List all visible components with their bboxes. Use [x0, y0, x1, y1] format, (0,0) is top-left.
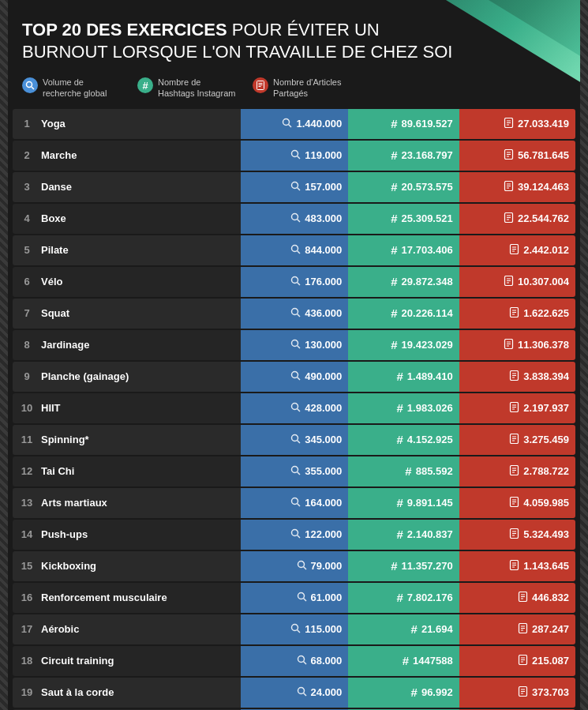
- svg-line-37: [298, 282, 301, 285]
- cell-search-3: 157.000: [241, 172, 349, 202]
- search-value: 844.000: [305, 244, 342, 256]
- hash-icon-row: #: [411, 686, 418, 699]
- svg-line-25: [298, 219, 301, 222]
- hash-icon-row: #: [396, 591, 403, 604]
- cell-rank-8: 8: [13, 330, 41, 360]
- svg-point-24: [292, 213, 298, 220]
- search-icon-row: [290, 434, 301, 446]
- svg-line-13: [298, 156, 301, 159]
- cell-search-19: 24.000: [241, 678, 349, 708]
- articles-value: 56.781.645: [518, 149, 569, 161]
- cell-articles-17: 287.247: [459, 614, 575, 644]
- hash-icon-row: #: [391, 559, 397, 573]
- doc-icon-row: [509, 434, 519, 446]
- svg-point-78: [292, 498, 298, 504]
- cell-articles-7: 1.622.625: [459, 299, 575, 329]
- cell-hashtag-14: # 2.140.837: [348, 520, 459, 550]
- svg-line-7: [289, 124, 292, 127]
- articles-value: 39.124.463: [518, 181, 569, 193]
- doc-icon-row: [518, 623, 528, 636]
- cell-articles-19: 373.703: [459, 678, 575, 708]
- svg-point-6: [283, 118, 290, 125]
- cell-search-4: 483.000: [241, 204, 349, 234]
- search-icon-row: [290, 402, 301, 415]
- cell-hashtag-10: # 1.983.026: [348, 393, 459, 423]
- doc-icon-row: [504, 212, 514, 225]
- hashtag-value: 20.573.575: [402, 181, 453, 193]
- cell-search-6: 176.000: [241, 267, 349, 297]
- cell-articles-9: 3.838.394: [459, 362, 575, 392]
- cell-search-17: 115.000: [241, 614, 349, 644]
- page-title: TOP 20 DES EXERCICES POUR ÉVITER UN BURN…: [22, 19, 464, 62]
- cell-hashtag-17: # 21.694: [348, 614, 459, 644]
- cell-search-2: 119.000: [241, 141, 349, 171]
- cell-name-10: HIIT: [41, 393, 241, 423]
- svg-line-115: [303, 693, 306, 696]
- cell-hashtag-18: # 1447588: [348, 646, 459, 676]
- svg-line-97: [303, 598, 306, 601]
- cell-name-9: Planche (gainage): [41, 362, 241, 392]
- cell-name-5: Pilate: [41, 235, 241, 265]
- svg-line-61: [298, 408, 301, 411]
- svg-point-72: [292, 466, 298, 472]
- search-value: 24.000: [311, 686, 343, 698]
- svg-line-31: [298, 250, 301, 254]
- cell-rank-17: 17: [13, 614, 41, 644]
- cell-rank-19: 19: [13, 678, 41, 708]
- svg-line-109: [303, 661, 306, 664]
- hash-icon-row: #: [411, 622, 418, 636]
- table-container: 1 Yoga 1.440.000 # 89.619.527: [0, 107, 588, 710]
- search-icon-row: [290, 307, 301, 320]
- doc-icon-row: [509, 244, 519, 257]
- hashtag-value: 23.168.797: [402, 149, 453, 161]
- doc-icon-row: [509, 497, 519, 509]
- hash-icon-row: #: [396, 370, 403, 383]
- cell-search-18: 68.000: [241, 646, 349, 676]
- doc-icon-row: [509, 560, 519, 573]
- cell-articles-6: 10.307.004: [459, 267, 575, 297]
- hashtag-value: 9.891.145: [407, 497, 453, 509]
- doc-icon-row: [518, 592, 528, 604]
- legend-icon-articles: [253, 77, 268, 93]
- svg-point-12: [292, 150, 298, 156]
- articles-value: 3.275.459: [523, 434, 569, 445]
- hashtag-value: 96.992: [421, 686, 453, 698]
- cell-name-6: Vélo: [41, 267, 241, 297]
- search-icon-row: [290, 339, 301, 351]
- table-row: 10 HIIT 428.000 # 1.983.026: [13, 393, 575, 423]
- search-value: 176.000: [305, 276, 342, 287]
- cell-hashtag-16: # 7.802.176: [348, 583, 459, 613]
- cell-articles-1: 27.033.419: [459, 109, 575, 139]
- search-icon-row: [297, 560, 307, 573]
- svg-point-36: [292, 276, 298, 283]
- table-row: 14 Push-ups 122.000 # 2.140.837: [13, 520, 575, 550]
- cell-name-18: Circuit training: [41, 646, 241, 676]
- search-value: 345.000: [305, 434, 342, 445]
- hash-icon-row: #: [396, 433, 403, 446]
- svg-point-60: [292, 403, 298, 409]
- cell-articles-2: 56.781.645: [459, 141, 575, 171]
- cell-rank-18: 18: [13, 646, 41, 676]
- search-icon-row: [290, 212, 301, 225]
- search-value: 61.000: [311, 592, 343, 603]
- svg-point-42: [292, 308, 298, 314]
- cell-hashtag-2: # 23.168.797: [348, 141, 459, 171]
- legend-item-search: Volume de recherche global: [22, 77, 122, 100]
- cell-hashtag-19: # 96.992: [348, 678, 459, 708]
- svg-line-103: [298, 629, 301, 633]
- cell-articles-3: 39.124.463: [459, 172, 575, 202]
- svg-point-108: [298, 656, 304, 662]
- svg-line-85: [298, 535, 301, 538]
- search-value: 157.000: [305, 181, 342, 193]
- table-row: 12 Tai Chi 355.000 # 885.592: [13, 456, 575, 486]
- articles-value: 5.324.493: [523, 528, 569, 540]
- cell-name-19: Saut à la corde: [41, 678, 241, 708]
- table-row: 18 Circuit training 68.000 # 1447588: [13, 646, 575, 676]
- table-row: 3 Danse 157.000 # 20.573.575: [13, 172, 575, 202]
- search-value: 130.000: [305, 339, 342, 351]
- cell-name-12: Tai Chi: [41, 456, 241, 486]
- search-icon-row: [297, 686, 307, 699]
- cell-hashtag-8: # 19.423.029: [348, 330, 459, 360]
- doc-icon-row: [504, 181, 514, 193]
- cell-search-9: 490.000: [241, 362, 349, 392]
